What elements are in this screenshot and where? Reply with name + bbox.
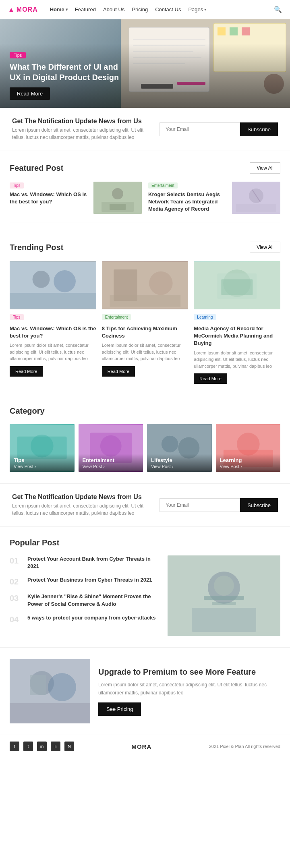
popular-list: 01 Protect Your Account Bank from Cyber … [10, 555, 160, 631]
svg-rect-52 [10, 659, 90, 723]
svg-rect-55 [10, 703, 90, 723]
social-icon-facebook[interactable]: f [10, 742, 19, 751]
popular-layout: 01 Protect Your Account Bank from Cyber … [10, 555, 280, 636]
nav-link-featured[interactable]: Featured [75, 6, 96, 12]
hero-overlay: Tips What The Different of UI and UX in … [0, 44, 290, 108]
subscribe-bottom-heading: Get The Notification Update News from Us [12, 493, 149, 501]
category-view-lifestyle: View Post › [151, 464, 208, 469]
subscribe-bottom-text: Get The Notification Update News from Us… [12, 493, 149, 517]
nav-link-home[interactable]: Home▾ [50, 6, 68, 12]
nav-link-contact[interactable]: Contact Us [155, 6, 181, 12]
subscribe-text: Get The Notification Update News from Us… [12, 118, 149, 141]
subscribe-button[interactable]: Subscribe [240, 122, 278, 136]
svg-rect-8 [218, 27, 226, 35]
trending-card-1: Tips Mac vs. Windows: Which OS is the be… [10, 261, 96, 384]
social-icon-n[interactable]: N [64, 742, 74, 751]
svg-rect-51 [212, 602, 236, 605]
nav-link-about[interactable]: About Us [103, 6, 124, 12]
svg-rect-16 [102, 202, 134, 212]
category-card-learning[interactable]: Learning View Post › [216, 424, 281, 472]
trending-section: Trending Post View All Tips Mac vs. Wind… [0, 242, 290, 395]
category-name-entertainment: Entertaiment [83, 457, 139, 463]
svg-point-54 [48, 673, 76, 701]
category-card-lifestyle[interactable]: Lifestyle View Post › [147, 424, 212, 472]
hero-tag: Tips [10, 52, 26, 58]
category-name-tips: Tips [14, 457, 70, 463]
trending-view-all-button[interactable]: View All [250, 242, 280, 253]
trending-card-title-3: Media Agency of Record for McCormick Med… [194, 325, 280, 347]
category-view-entertainment: View Post › [83, 464, 139, 469]
trending-tag-2: Entertaiment [102, 314, 131, 320]
hero-read-more-button[interactable]: Read More [10, 87, 50, 100]
popular-item-1: 01 Protect Your Account Bank from Cyber … [10, 555, 160, 570]
popular-num-4: 04 [10, 614, 22, 624]
featured-section: Featured Post View All Tips Mac vs. Wind… [0, 151, 290, 242]
featured-card-content-1: Tips Mac vs. Windows: Which OS is the be… [10, 182, 89, 205]
svg-rect-46 [168, 555, 280, 636]
popular-item-title-2: Protect Your Business from Cyber Threats… [27, 576, 152, 584]
subscribe-bottom-button[interactable]: Subscribe [240, 498, 278, 512]
svg-rect-50 [204, 596, 244, 600]
popular-num-2: 02 [10, 576, 22, 586]
category-card-tips[interactable]: Tips View Post › [10, 424, 75, 472]
category-name-learning: Learning [220, 457, 277, 463]
subscribe-bottom-form: Subscribe [160, 498, 278, 512]
svg-point-19 [249, 189, 263, 203]
svg-point-28 [149, 271, 173, 295]
trending-card-image-1 [10, 261, 96, 309]
social-icon-linkedin[interactable]: in [37, 742, 47, 751]
see-pricing-button[interactable]: See Pricing [98, 702, 141, 716]
svg-point-31 [224, 269, 251, 297]
svg-rect-10 [242, 27, 250, 35]
featured-card-2: Entertaiment Kroger Selects Dentsu Aegis… [148, 182, 280, 214]
popular-num-3: 03 [10, 593, 22, 603]
trending-tag-3: Learning [194, 314, 216, 320]
featured-grid: Tips Mac vs. Windows: Which OS is the be… [10, 182, 280, 214]
trending-read-more-button-3[interactable]: Read More [194, 373, 227, 384]
svg-point-47 [208, 572, 240, 604]
trending-read-more-button-2[interactable]: Read More [102, 366, 135, 377]
nav-link-pages[interactable]: Pages▾ [188, 6, 206, 12]
subscribe-form: Subscribe [160, 122, 278, 136]
svg-rect-22 [10, 261, 96, 309]
svg-rect-18 [232, 182, 280, 214]
featured-card-content-2: Entertaiment Kroger Selects Dentsu Aegis… [148, 182, 227, 213]
trending-card-image-3 [194, 261, 280, 309]
svg-point-23 [33, 271, 50, 288]
popular-image [168, 555, 280, 636]
footer-logo: MORA [131, 743, 151, 750]
subscribe-email-input[interactable] [160, 122, 240, 136]
trending-card-desc-3: Lorem ipsum dolor sit amet, consectetur … [194, 350, 280, 370]
subscribe-banner-top: Get The Notification Update News from Us… [0, 108, 290, 151]
svg-rect-30 [194, 261, 280, 309]
featured-view-all-button[interactable]: View All [250, 162, 280, 174]
popular-item-2: 02 Protect Your Business from Cyber Thre… [10, 576, 160, 586]
category-card-entertainment[interactable]: Entertaiment View Post › [79, 424, 143, 472]
svg-rect-29 [110, 295, 180, 307]
social-icon-twitter[interactable]: t [23, 742, 33, 751]
footer-social: f t in li N [10, 742, 74, 751]
svg-rect-56 [30, 675, 46, 695]
upgrade-title: Upgrade to Premium to see More Feature [98, 667, 280, 677]
nav-link-pricing[interactable]: Pricing [132, 6, 148, 12]
social-icon-li[interactable]: li [51, 742, 60, 751]
site-logo[interactable]: ▲MORA [8, 6, 38, 13]
popular-item-title-3: Kylie Jenner's "Rise & Shine" Moment Pro… [27, 593, 160, 607]
trending-card-desc-1: Lorem ipsum dolor sit amet, consectetur … [10, 342, 96, 362]
subscribe-heading: Get The Notification Update News from Us [12, 118, 149, 125]
subscribe-bottom-email-input[interactable] [160, 498, 240, 512]
trending-card-image-2 [102, 261, 188, 309]
trending-read-more-button-1[interactable]: Read More [10, 366, 43, 377]
featured-card-image-1 [93, 182, 142, 214]
popular-item-title-4: 5 ways to protect your company from cybe… [27, 614, 156, 621]
hero-section: Tips What The Different of UI and UX in … [0, 19, 290, 108]
featured-tag-2: Entertaiment [148, 182, 178, 189]
upgrade-description: Lorem ipsum dolor sit amet, consectetur … [98, 681, 280, 696]
svg-rect-25 [10, 293, 96, 309]
search-icon[interactable]: 🔍 [274, 6, 282, 13]
trending-card-desc-2: Lorem ipsum dolor sit amet, consectetur … [102, 342, 188, 362]
svg-point-41 [162, 436, 178, 453]
trending-card-title-1: Mac vs. Windows: Which OS is the best fo… [10, 325, 96, 340]
popular-title: Popular Post [10, 538, 280, 547]
featured-tag-1: Tips [10, 182, 24, 189]
